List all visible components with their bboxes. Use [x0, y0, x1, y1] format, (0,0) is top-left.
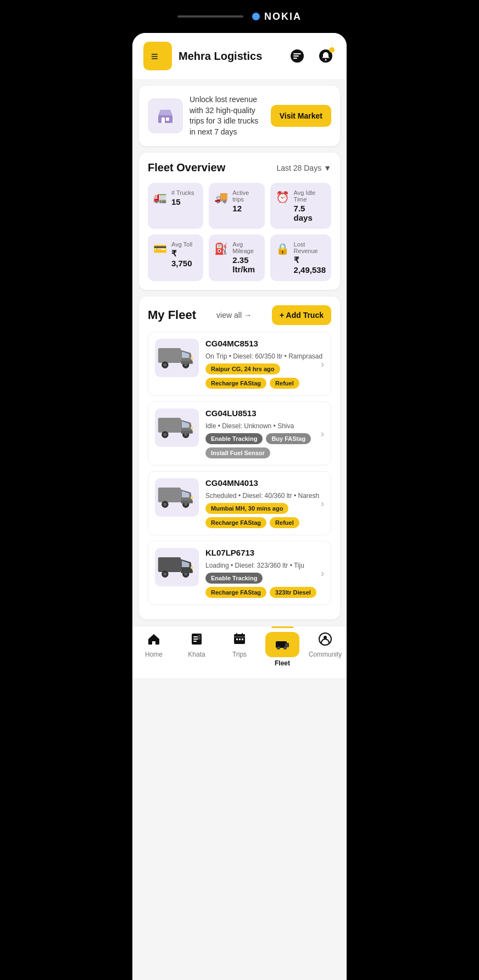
nav-item-khata[interactable]: Khata [175, 632, 218, 667]
stats-grid: 🚛 # Trucks 15 🚚 Active trips 12 ⏰ Avg Id… [148, 183, 331, 281]
stat-icon: 🚚 [214, 191, 228, 204]
svg-rect-25 [181, 431, 193, 434]
nav-label: Fleet [275, 659, 290, 667]
svg-rect-46 [193, 636, 198, 637]
truck-tag-recharge[interactable]: Recharge FAStag [205, 378, 266, 389]
nav-item-fleet[interactable]: Fleet [261, 632, 304, 667]
nav-icon [318, 632, 332, 648]
truck-tag-location[interactable]: Raipur CG, 24 hrs ago [205, 363, 280, 374]
stat-content: Avg Toll ₹ 3,750 [171, 241, 198, 268]
stat-value: ₹ 2,49,538 [294, 255, 326, 275]
period-selector[interactable]: Last 28 Days ▼ [276, 164, 331, 172]
svg-rect-8 [166, 117, 169, 121]
visit-market-button[interactable]: Visit Market [271, 105, 331, 127]
svg-rect-34 [181, 501, 193, 503]
notification-button[interactable] [316, 46, 336, 66]
svg-rect-6 [158, 115, 172, 123]
stat-icon: 🚛 [153, 191, 167, 204]
truck-image [155, 339, 199, 377]
active-indicator [271, 626, 293, 628]
truck-card[interactable]: CG04MN4013 Scheduled • Diesel: 40/360 lt… [148, 471, 331, 535]
truck-id: CG04LU8513 [205, 408, 257, 418]
nav-item-home[interactable]: Home [132, 632, 175, 667]
truck-top-row: CG04MC8513 On Trip • Diesel: 60/350 ltr … [205, 339, 324, 360]
message-button[interactable] [287, 46, 307, 66]
truck-tag-recharge[interactable]: Recharge FAStag [205, 517, 266, 528]
nav-item-trips[interactable]: Trips [218, 632, 261, 667]
truck-tags: Raipur CG, 24 hrs ago Recharge FAStag Re… [205, 363, 324, 389]
svg-rect-35 [191, 497, 193, 500]
truck-card[interactable]: CG04LU8513 Idle • Diesel: Unknown • Shiv… [148, 401, 331, 466]
add-truck-button[interactable]: + Add Truck [272, 305, 331, 325]
svg-point-40 [164, 573, 166, 575]
svg-rect-48 [193, 641, 197, 642]
svg-point-60 [278, 647, 280, 649]
chevron-down-icon: ▼ [324, 164, 331, 172]
truck-tag-location[interactable]: Mumbai MH, 30 mins ago [205, 503, 288, 514]
truck-top-row: KL07LP6713 Loading • Diesel: 323/360 ltr… [205, 548, 324, 569]
truck-info: CG04MC8513 On Trip • Diesel: 60/350 ltr … [205, 339, 324, 389]
banner-card: Unlock lost revenue with 32 high-quality… [139, 86, 340, 146]
status-bar-line [177, 15, 243, 18]
truck-tag-diesel[interactable]: 323ltr Diesel [270, 587, 316, 598]
stat-label: Active trips [232, 189, 259, 203]
truck-image [155, 408, 199, 447]
chevron-right-icon: › [321, 428, 324, 439]
stat-icon: 💳 [153, 242, 167, 255]
banner-market-icon [148, 98, 183, 133]
stat-content: Avg Idle Time 7.5 days [294, 189, 326, 222]
svg-rect-55 [239, 639, 241, 640]
stat-label: # Trucks [171, 189, 194, 196]
svg-rect-49 [198, 635, 200, 640]
truck-tag-tracking[interactable]: Enable Tracking [205, 433, 263, 444]
svg-rect-17 [191, 357, 193, 360]
stat-value: 12 [232, 204, 259, 213]
stat-label: Avg Toll [171, 241, 198, 248]
stat-value: ₹ 3,750 [171, 249, 198, 268]
status-bar-brand: NOKIA [264, 11, 302, 23]
truck-card[interactable]: KL07LP6713 Loading • Diesel: 323/360 ltr… [148, 541, 331, 605]
truck-tag-refuel[interactable]: Refuel [270, 517, 299, 528]
svg-rect-54 [236, 639, 238, 640]
chevron-right-icon: › [321, 358, 324, 369]
nav-item-community[interactable]: Community [304, 632, 347, 667]
nav-icon [147, 632, 161, 648]
fleet-overview-title: Fleet Overview [148, 161, 225, 174]
stat-content: # Trucks 15 [171, 189, 194, 206]
stat-item: ⏰ Avg Idle Time 7.5 days [270, 183, 331, 229]
truck-id: CG04MC8513 [205, 339, 258, 348]
view-all-link[interactable]: view all → [216, 311, 252, 320]
stat-label: Lost Revenue [294, 241, 326, 254]
truck-list: CG04MC8513 On Trip • Diesel: 60/350 ltr … [148, 332, 331, 605]
truck-info: KL07LP6713 Loading • Diesel: 323/360 ltr… [205, 548, 324, 598]
svg-point-22 [164, 433, 166, 436]
svg-text:≡: ≡ [151, 49, 158, 63]
truck-tag-sensor[interactable]: Install Fuel Sensor [205, 447, 270, 458]
svg-rect-9 [158, 348, 181, 363]
truck-card[interactable]: CG04MC8513 On Trip • Diesel: 60/350 ltr … [148, 332, 331, 396]
stat-value: 2.35 ltr/km [232, 255, 259, 274]
truck-image [155, 478, 199, 517]
truck-tag-fastag[interactable]: Buy FAStag [266, 433, 311, 444]
truck-tag-refuel[interactable]: Refuel [270, 378, 299, 389]
truck-tags: Mumbai MH, 30 mins ago Recharge FAStag R… [205, 503, 324, 528]
truck-info: CG04LU8513 Idle • Diesel: Unknown • Shiv… [205, 408, 324, 458]
truck-id: KL07LP6713 [205, 548, 254, 557]
banner-message: Unlock lost revenue with 32 high-quality… [190, 94, 264, 137]
svg-rect-51 [234, 636, 245, 637]
stat-value: 15 [171, 197, 194, 206]
svg-point-31 [164, 503, 166, 506]
chevron-right-icon: › [321, 497, 324, 509]
truck-tag-tracking[interactable]: Enable Tracking [205, 573, 263, 584]
svg-rect-36 [158, 557, 181, 572]
truck-status: Idle • Diesel: Unknown • Shiva [205, 422, 294, 430]
truck-status: Loading • Diesel: 323/360 ltr • Tiju [205, 562, 304, 569]
app-header: ≡ Mehra Logistics [132, 33, 347, 79]
nav-label: Khata [188, 651, 205, 658]
nav-icon-active-box [265, 632, 299, 657]
nav-label: Trips [232, 651, 247, 658]
stat-label: Avg Idle Time [294, 189, 326, 203]
stat-value: 7.5 days [294, 204, 326, 222]
truck-tag-recharge[interactable]: Recharge FAStag [205, 587, 266, 598]
svg-rect-26 [191, 427, 193, 430]
